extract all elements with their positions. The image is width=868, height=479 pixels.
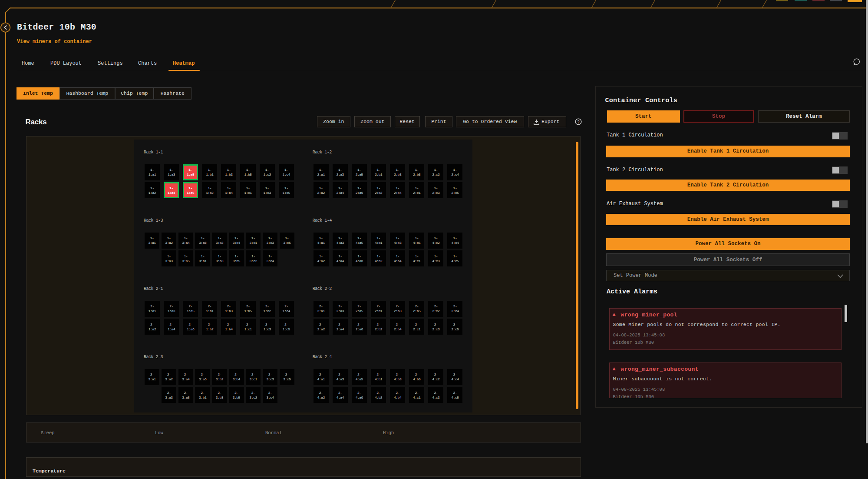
svg-text:?: ? xyxy=(577,120,580,125)
